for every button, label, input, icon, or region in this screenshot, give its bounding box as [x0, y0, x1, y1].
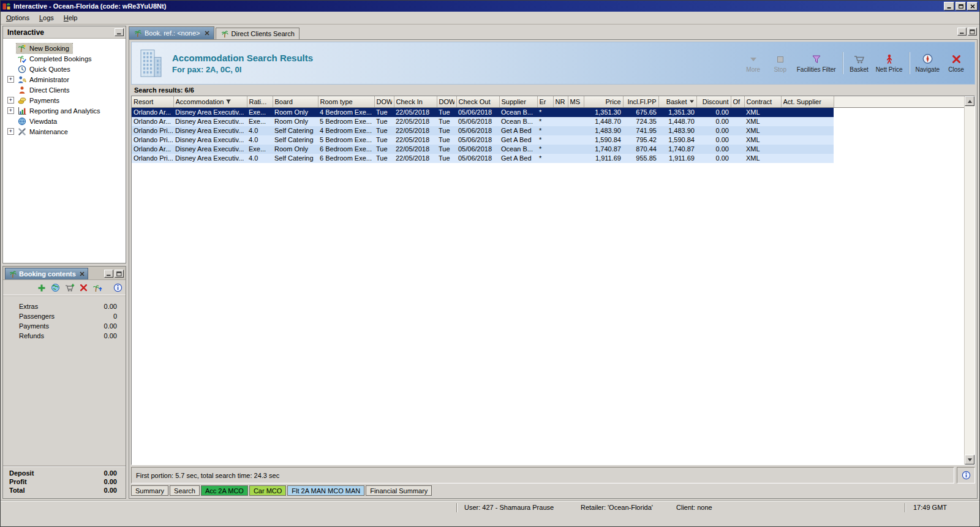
column-header-check-out-8[interactable]: Check Out — [456, 96, 499, 107]
tool-facilities-filter-button[interactable]: Facilities Filter — [794, 52, 839, 74]
booking-contents-tab[interactable]: Booking contents — [5, 268, 88, 279]
result-row-5[interactable]: Orlando Ar...Disney Area Executiv...Exe.… — [132, 145, 964, 154]
booking-contents-header: Booking contents — [3, 267, 126, 280]
add-item-icon[interactable] — [37, 284, 46, 292]
booking-panel-minimize-button[interactable] — [104, 270, 113, 278]
tool-label: Stop — [774, 66, 786, 73]
column-header-er-10[interactable]: Er — [537, 96, 553, 107]
column-header-resort-0[interactable]: Resort — [132, 96, 173, 107]
tool-navigate-button[interactable]: Navigate — [913, 52, 943, 74]
column-header-check-in-6[interactable]: Check In — [394, 96, 437, 107]
result-cell — [553, 154, 568, 163]
sidebar-item-quick-quotes[interactable]: Quick Quotes — [3, 64, 126, 74]
window-minimize-button[interactable] — [944, 2, 954, 10]
result-cell — [568, 117, 584, 126]
column-header-discount-16[interactable]: Discount — [696, 96, 731, 107]
palm-transfer-icon[interactable] — [92, 284, 102, 292]
column-header-incl-fl-pp-14[interactable]: Incl.Fl.PP — [623, 96, 658, 107]
booking-contents-item-passengers[interactable]: Passengers0 — [19, 311, 121, 321]
tab-label: Book. ref.: <none> — [145, 29, 200, 37]
booking-contents-close-icon[interactable] — [80, 271, 85, 276]
basket-add-icon[interactable] — [65, 283, 75, 292]
titlebar[interactable]: Interactive - Ocean-Florida (code: wRe3Y… — [1, 1, 979, 12]
result-cell: 22/05/2018 — [394, 126, 437, 135]
tool-nett-price-button[interactable]: Nett Price — [873, 52, 906, 74]
main-panel: Accommodation Search Results For pax: 2A… — [129, 39, 978, 499]
main-column: Book. ref.: <none>Direct Clients Search … — [129, 26, 978, 499]
sidebar-item-viewdata[interactable]: Viewdata — [3, 116, 126, 126]
main-panel-minimize-button[interactable] — [957, 28, 967, 36]
result-row-1[interactable]: Orlando Ar...Disney Area Executiv...Exe.… — [132, 107, 964, 117]
expand-plus-icon[interactable]: + — [7, 76, 14, 83]
sidebar-item-maintenance[interactable]: +Maintenance — [3, 126, 126, 137]
result-cell: Orlando Ar... — [132, 145, 173, 154]
tab-close-icon[interactable] — [205, 31, 209, 36]
column-header-ms-12[interactable]: MS — [568, 96, 584, 107]
bottom-tab-car-mco[interactable]: Car MCO — [249, 485, 286, 496]
column-header-supplier-9[interactable]: Supplier — [499, 96, 537, 107]
menu-help[interactable]: Help — [59, 12, 83, 23]
tab-direct-clients-search[interactable]: Direct Clients Search — [216, 28, 300, 39]
window-maximize-button[interactable] — [956, 2, 966, 10]
bottom-tab-financial-summary[interactable]: Financial Summary — [366, 485, 432, 496]
bottom-tab-acc-2a-mco[interactable]: Acc 2A MCO — [201, 485, 248, 496]
column-header-dow-5[interactable]: DOW — [374, 96, 394, 107]
item-value: 0.00 — [104, 303, 121, 310]
scrollbar-track[interactable] — [965, 106, 974, 455]
scroll-down-button[interactable] — [965, 455, 974, 464]
sidebar-item-reporting-and-analytics[interactable]: +Reporting and Analytics — [3, 105, 126, 116]
booking-panel-restore-button[interactable] — [115, 270, 124, 278]
result-cell: Tue — [374, 126, 394, 135]
booking-contents-item-refunds[interactable]: Refunds0.00 — [19, 331, 121, 341]
result-row-4[interactable]: Orlando Pri...Disney Area Executiv...4.0… — [132, 135, 964, 145]
tool-more-button[interactable]: More — [740, 52, 767, 74]
item-value: 0.00 — [104, 322, 121, 330]
tool-basket-button[interactable]: Basket — [846, 52, 873, 74]
tool-close-button[interactable]: Close — [943, 52, 970, 74]
column-header-price-13[interactable]: Price — [584, 96, 623, 107]
sidebar-item-completed-bookings[interactable]: Completed Bookings — [3, 53, 126, 64]
main-panel-restore-button[interactable] — [968, 28, 977, 36]
expand-plus-icon[interactable]: + — [7, 128, 14, 135]
column-header-accommodation-1[interactable]: Accommodation — [173, 96, 247, 107]
vertical-scrollbar[interactable] — [964, 96, 974, 464]
scroll-up-button[interactable] — [965, 96, 974, 106]
column-header-act-supplier-19[interactable]: Act. Supplier — [781, 96, 834, 107]
expand-plus-icon[interactable]: + — [7, 97, 14, 104]
sidebar-item-administrator[interactable]: +Administrator — [3, 74, 126, 85]
booking-contents-totals: Deposit0.00Profit0.00Total0.00 — [3, 466, 126, 498]
bottom-tab-search[interactable]: Search — [170, 485, 200, 496]
sidebar-collapse-button[interactable] — [115, 28, 124, 36]
menu-options[interactable]: Options — [1, 12, 34, 23]
window-close-button[interactable] — [967, 2, 978, 10]
result-row-2[interactable]: Orlando Ar...Disney Area Executiv...Exe.… — [132, 117, 964, 126]
info-icon[interactable] — [113, 283, 123, 292]
sidebar-item-payments[interactable]: +Payments — [3, 95, 126, 105]
result-cell — [731, 145, 744, 154]
bottom-tab-flt-2a-man-mco-man[interactable]: Flt 2A MAN MCO MAN — [287, 485, 364, 496]
expand-plus-icon[interactable]: + — [7, 107, 14, 114]
column-header-dow-7[interactable]: DOW — [437, 96, 456, 107]
world-icon[interactable] — [51, 283, 60, 292]
delete-icon[interactable] — [80, 284, 88, 292]
sidebar-item-label: Administrator — [29, 76, 69, 83]
column-header-rati-2[interactable]: Rati... — [247, 96, 273, 107]
column-header-contract-18[interactable]: Contract — [744, 96, 781, 107]
booking-contents-item-extras[interactable]: Extras0.00 — [19, 301, 121, 311]
tab-book-ref-none[interactable]: Book. ref.: <none> — [129, 26, 214, 39]
column-header-basket-15[interactable]: Basket — [658, 96, 696, 107]
column-header-room-type-4[interactable]: Room type — [318, 96, 374, 107]
result-row-6[interactable]: Orlando Pri...Disney Area Executiv...4.0… — [132, 154, 964, 163]
sidebar-item-new-booking[interactable]: New Booking — [3, 43, 126, 53]
menu-logs[interactable]: Logs — [34, 12, 59, 23]
result-cell: XML — [744, 135, 781, 145]
column-header-nr-11[interactable]: NR — [553, 96, 568, 107]
column-header-board-3[interactable]: Board — [273, 96, 318, 107]
tool-stop-button[interactable]: Stop — [767, 52, 794, 74]
sidebar-item-direct-clients[interactable]: Direct Clients — [3, 85, 126, 95]
booking-contents-item-payments[interactable]: Payments0.00 — [19, 321, 121, 331]
column-header-of-17[interactable]: Of — [731, 96, 744, 107]
bottom-tab-summary[interactable]: Summary — [131, 485, 168, 496]
info-button[interactable] — [957, 467, 975, 483]
result-row-3[interactable]: Orlando Pri...Disney Area Executiv...4.0… — [132, 126, 964, 135]
